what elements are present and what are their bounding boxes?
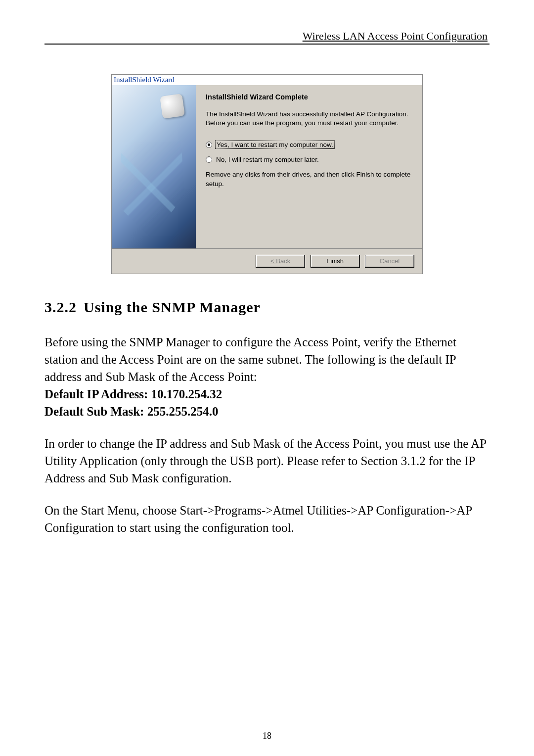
section-number: 3.2.2 — [44, 299, 77, 316]
default-mask: Default Sub Mask: 255.255.254.0 — [44, 403, 490, 420]
dialog-title: InstallShield Wizard — [112, 75, 422, 85]
paragraph-3: On the Start Menu, choose Start->Program… — [44, 502, 490, 536]
radio-yes-label: Yes, I want to restart my computer now. — [215, 141, 335, 149]
section-title: Using the SNMP Manager — [84, 299, 261, 315]
cancel-button: Cancel — [365, 255, 414, 268]
finish-button[interactable]: Finish — [311, 255, 360, 268]
paragraph-2: In order to change the IP address and Su… — [44, 435, 490, 487]
radio-selected-icon — [206, 142, 212, 148]
radio-restart-later[interactable]: No, I will restart my computer later. — [206, 156, 411, 163]
installshield-dialog: InstallShield Wizard InstallShield Wizar… — [111, 74, 423, 274]
dialog-footer: < Back Finish Cancel — [112, 248, 422, 274]
page-number: 18 — [0, 731, 534, 741]
wizard-graphic — [112, 85, 196, 248]
wizard-heading: InstallShield Wizard Complete — [206, 93, 411, 101]
radio-restart-now[interactable]: Yes, I want to restart my computer now. — [206, 141, 411, 149]
radio-unselected-icon — [206, 156, 212, 163]
default-ip: Default IP Address: 10.170.254.32 — [44, 385, 490, 403]
remove-disks-text: Remove any disks from their drives, and … — [206, 170, 411, 188]
paragraph-1: Before using the SNMP Manager to configu… — [44, 333, 490, 385]
section-heading: 3.2.2Using the SNMP Manager — [44, 299, 490, 316]
wizard-description: The InstallShield Wizard has successfull… — [206, 110, 411, 128]
back-button: < Back — [256, 255, 305, 268]
radio-no-label: No, I will restart my computer later. — [215, 156, 320, 163]
page-header: Wireless LAN Access Point Configuration — [44, 30, 490, 44]
